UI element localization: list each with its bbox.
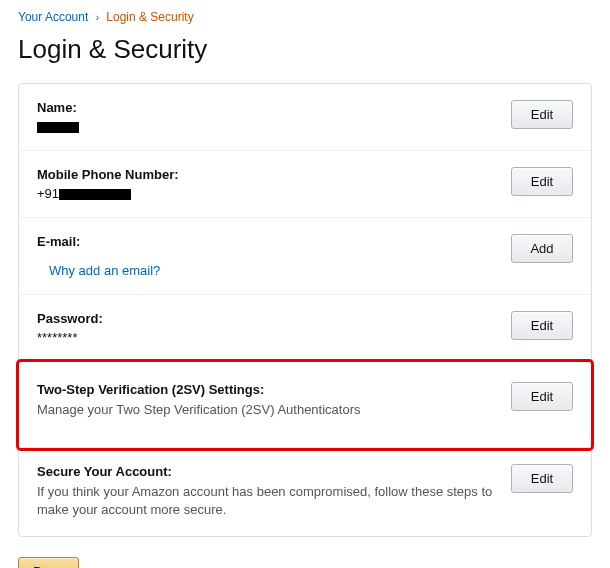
password-value: ******** [37, 330, 495, 345]
tsv-description: Manage your Two Step Verification (2SV) … [37, 401, 495, 419]
row-name: Name: Edit [19, 84, 591, 151]
tsv-label: Two-Step Verification (2SV) Settings: [37, 382, 495, 397]
why-add-email-link[interactable]: Why add an email? [49, 263, 160, 278]
name-label: Name: [37, 100, 495, 115]
edit-password-button[interactable]: Edit [511, 311, 573, 340]
done-row: Done [18, 557, 592, 568]
edit-tsv-button[interactable]: Edit [511, 382, 573, 411]
row-two-step-verification: Two-Step Verification (2SV) Settings: Ma… [19, 362, 591, 448]
phone-label: Mobile Phone Number: [37, 167, 495, 182]
breadcrumb: Your Account › Login & Security [18, 10, 592, 24]
row-phone: Mobile Phone Number: +91 Edit [19, 151, 591, 218]
chevron-right-icon: › [96, 12, 99, 23]
settings-list: Name: Edit Mobile Phone Number: +91 Edit… [18, 83, 592, 537]
done-button[interactable]: Done [18, 557, 79, 568]
phone-value: +91 [37, 186, 495, 201]
email-label: E-mail: [37, 234, 495, 249]
row-secure-account: Secure Your Account: If you think your A… [19, 448, 591, 535]
row-password: Password: ******** Edit [19, 295, 591, 362]
breadcrumb-link-account[interactable]: Your Account [18, 10, 88, 24]
secure-label: Secure Your Account: [37, 464, 495, 479]
secure-description: If you think your Amazon account has bee… [37, 483, 495, 519]
row-email: E-mail: Why add an email? Add [19, 218, 591, 295]
password-label: Password: [37, 311, 495, 326]
edit-name-button[interactable]: Edit [511, 100, 573, 129]
page-title: Login & Security [18, 34, 592, 65]
add-email-button[interactable]: Add [511, 234, 573, 263]
breadcrumb-current: Login & Security [106, 10, 193, 24]
edit-secure-button[interactable]: Edit [511, 464, 573, 493]
edit-phone-button[interactable]: Edit [511, 167, 573, 196]
name-value [37, 119, 495, 134]
